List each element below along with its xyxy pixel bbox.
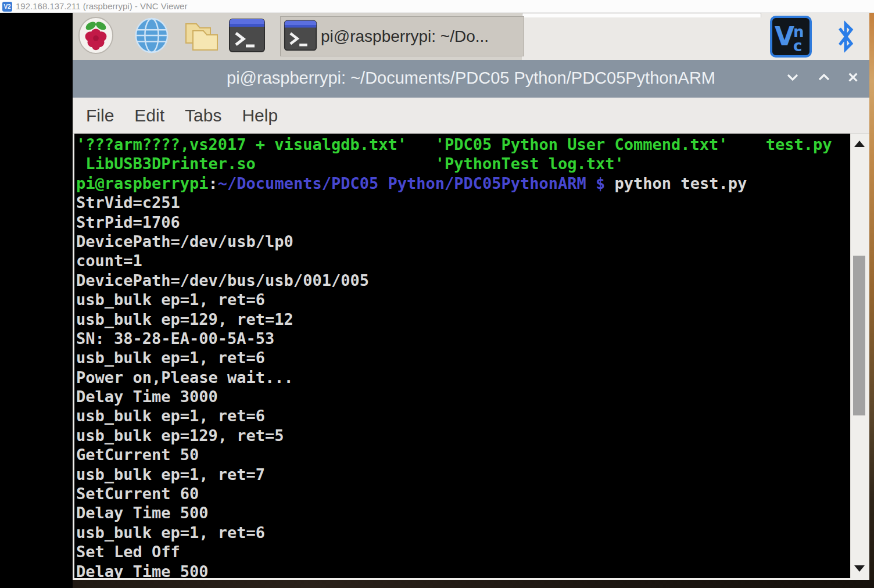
- raspberry-menu-button[interactable]: [77, 16, 114, 55]
- close-button[interactable]: [845, 70, 861, 87]
- terminal-line: Delay Time 500: [76, 503, 847, 522]
- task-button-terminal[interactable]: pi@raspberrypi: ~/Do...: [280, 16, 524, 56]
- task-button-label: pi@raspberrypi: ~/Do...: [321, 27, 489, 46]
- terminal-line: DevicePath=/dev/bus/usb/001/005: [76, 271, 847, 290]
- minimize-button[interactable]: [785, 70, 801, 87]
- screen: V2 192.168.137.211 (raspberrypi) - VNC V…: [0, 0, 874, 588]
- terminal-line: Delay Time 3000: [76, 387, 847, 406]
- vnc-viewer-title: 192.168.137.211 (raspberrypi) - VNC View…: [16, 0, 187, 13]
- terminal-launcher-button[interactable]: [228, 16, 266, 55]
- folder-icon: [182, 17, 221, 54]
- letterbox-left: [0, 13, 73, 588]
- terminal-line: pi@raspberrypi:~/Documents/PDC05 Python/…: [76, 174, 847, 193]
- terminal-line: SN: 38-28-EA-00-5A-53: [76, 329, 847, 348]
- vnc-viewer-titlebar: V2 192.168.137.211 (raspberrypi) - VNC V…: [0, 0, 874, 13]
- terminal-line: usb_bulk ep=129, ret=12: [76, 310, 847, 329]
- scrollbar-thumb[interactable]: [853, 256, 865, 415]
- raspberry-icon: [78, 16, 114, 55]
- terminal-line: StrVid=c251: [76, 193, 847, 212]
- menu-item-edit[interactable]: Edit: [134, 98, 164, 133]
- terminal-line: '???arm????,vs2017 + visualgdb.txt' 'PDC…: [76, 135, 847, 154]
- wallpaper-right-strip: [869, 13, 874, 588]
- terminal-line: usb_bulk ep=1, ret=6: [76, 406, 847, 425]
- terminal-title: pi@raspberrypi: ~/Documents/PDC05 Python…: [73, 60, 869, 96]
- scrollbar-track[interactable]: [850, 134, 868, 578]
- menu-item-tabs[interactable]: Tabs: [185, 98, 221, 133]
- terminal-line: usb_bulk ep=1, ret=6: [76, 523, 847, 542]
- terminal-line: Delay Time 500: [76, 562, 847, 578]
- bluetooth-icon[interactable]: [836, 17, 855, 56]
- chevron-up-icon: [817, 71, 831, 85]
- terminal-icon: [228, 17, 266, 54]
- terminal-output: '???arm????,vs2017 + visualgdb.txt' 'PDC…: [76, 135, 847, 578]
- maximize-button[interactable]: [816, 70, 832, 87]
- background-window-edge: [522, 13, 761, 17]
- taskbar-empty-area: [522, 13, 869, 60]
- wallpaper-bottom-strip: [73, 580, 874, 588]
- menu-bar: FileEditTabsHelp: [73, 98, 869, 134]
- terminal-icon: [284, 19, 317, 55]
- menu-item-file[interactable]: File: [86, 98, 114, 133]
- terminal-content[interactable]: '???arm????,vs2017 + visualgdb.txt' 'PDC…: [73, 134, 869, 580]
- vnc-app-icon: V2: [2, 2, 12, 12]
- taskbar: pi@raspberrypi: ~/Do... V n c: [73, 13, 869, 60]
- scroll-down-button[interactable]: [851, 560, 868, 577]
- terminal-window: pi@raspberrypi: ~/Documents/PDC05 Python…: [73, 60, 869, 580]
- terminal-line: GetCurrent 50: [76, 445, 847, 464]
- terminal-line: usb_bulk ep=1, ret=6: [76, 348, 847, 367]
- triangle-down-icon: [854, 565, 865, 572]
- svg-text:V: V: [775, 21, 794, 51]
- menu-item-help[interactable]: Help: [242, 98, 278, 133]
- vnc-tray-icon[interactable]: V n c: [770, 16, 812, 58]
- terminal-line: StrPid=1706: [76, 213, 847, 232]
- svg-text:c: c: [793, 37, 802, 55]
- file-manager-button[interactable]: [183, 16, 220, 55]
- close-icon: [847, 71, 859, 86]
- terminal-line: Power on,Please wait...: [76, 368, 847, 387]
- scroll-up-button[interactable]: [851, 135, 868, 152]
- chevron-down-icon: [786, 71, 800, 85]
- terminal-line: count=1: [76, 251, 847, 270]
- terminal-line: Set Led Off: [76, 542, 847, 561]
- terminal-line: DevicePath=/dev/usb/lp0: [76, 232, 847, 251]
- globe-icon: [134, 17, 170, 54]
- web-browser-button[interactable]: [133, 16, 170, 55]
- terminal-line: SetCurrent 60: [76, 484, 847, 503]
- terminal-line: usb_bulk ep=129, ret=5: [76, 426, 847, 445]
- terminal-line: usb_bulk ep=1, ret=7: [76, 465, 847, 484]
- terminal-line: usb_bulk ep=1, ret=6: [76, 290, 847, 309]
- terminal-line: LibUSB3DPrinter.so 'PythonTest log.txt': [76, 154, 847, 173]
- terminal-titlebar[interactable]: pi@raspberrypi: ~/Documents/PDC05 Python…: [73, 60, 869, 98]
- triangle-up-icon: [854, 141, 865, 147]
- remote-desktop: pi@raspberrypi: ~/Do... V n c pi@raspber…: [0, 13, 874, 588]
